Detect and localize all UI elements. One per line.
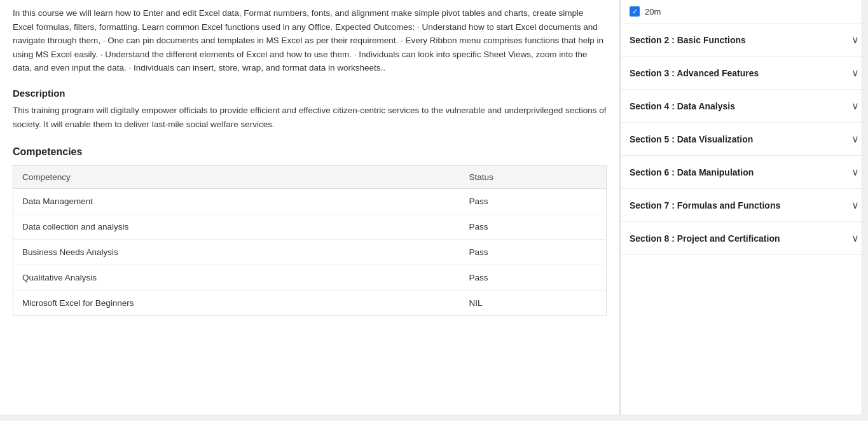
section-item[interactable]: Section 7 : Formulas and Functions∨ — [621, 189, 868, 222]
status-cell: Pass — [460, 214, 606, 240]
table-row: Microsoft Excel for BeginnersNIL — [13, 291, 607, 316]
table-row: Data ManagementPass — [13, 189, 607, 214]
status-cell: Pass — [460, 189, 606, 214]
section-item[interactable]: Section 3 : Advanced Features∨ — [621, 57, 868, 90]
vertical-scrollbar[interactable] — [862, 0, 868, 421]
right-panel[interactable]: 20m Section 2 : Basic Functions∨Section … — [620, 0, 868, 421]
intro-text: In this course we will learn how to Ente… — [13, 6, 607, 75]
competency-cell: Data collection and analysis — [13, 214, 460, 240]
competencies-heading: Competencies — [13, 146, 607, 158]
section-label: Section 6 : Data Manipulation — [630, 167, 754, 177]
section-label: Section 5 : Data Visualization — [630, 134, 753, 144]
competency-cell: Qualitative Analysis — [13, 265, 460, 291]
bottom-scrollbar[interactable] — [0, 415, 868, 421]
section-label: Section 3 : Advanced Features — [630, 68, 759, 78]
table-row: Qualitative AnalysisPass — [13, 265, 607, 291]
status-cell: Pass — [460, 240, 606, 265]
section-item[interactable]: Section 2 : Basic Functions∨ — [621, 24, 868, 57]
chevron-down-icon: ∨ — [851, 100, 859, 112]
section-label: Section 8 : Project and Certification — [630, 233, 780, 244]
competencies-table: Competency Status Data ManagementPassDat… — [13, 165, 607, 316]
chevron-down-icon: ∨ — [851, 166, 859, 178]
section-item[interactable]: Section 5 : Data Visualization∨ — [621, 123, 868, 156]
competency-cell: Microsoft Excel for Beginners — [13, 291, 460, 316]
chevron-down-icon: ∨ — [851, 67, 859, 79]
col-header-competency: Competency — [13, 166, 460, 189]
duration-text: 20m — [645, 7, 661, 17]
table-row: Data collection and analysisPass — [13, 214, 607, 240]
checkbox-checked-icon — [630, 6, 640, 17]
section-label: Section 4 : Data Analysis — [630, 101, 735, 111]
description-text: This training program will digitally emp… — [13, 104, 607, 131]
section-item[interactable]: Section 4 : Data Analysis∨ — [621, 90, 868, 123]
section-label: Section 2 : Basic Functions — [630, 35, 746, 45]
section-item[interactable]: Section 6 : Data Manipulation∨ — [621, 156, 868, 189]
competency-cell: Data Management — [13, 189, 460, 214]
table-row: Business Needs AnalysisPass — [13, 240, 607, 265]
section-label: Section 7 : Formulas and Functions — [630, 200, 780, 210]
col-header-status: Status — [460, 166, 606, 189]
status-cell: NIL — [460, 291, 606, 316]
competency-cell: Business Needs Analysis — [13, 240, 460, 265]
chevron-down-icon: ∨ — [851, 34, 859, 46]
description-title: Description — [13, 88, 607, 99]
left-panel[interactable]: In this course we will learn how to Ente… — [0, 0, 620, 421]
status-cell: Pass — [460, 265, 606, 291]
top-duration-item: 20m — [621, 0, 868, 24]
chevron-down-icon: ∨ — [851, 133, 859, 145]
section-item[interactable]: Section 8 : Project and Certification∨ — [621, 222, 868, 255]
chevron-down-icon: ∨ — [851, 199, 859, 211]
chevron-down-icon: ∨ — [851, 232, 859, 244]
